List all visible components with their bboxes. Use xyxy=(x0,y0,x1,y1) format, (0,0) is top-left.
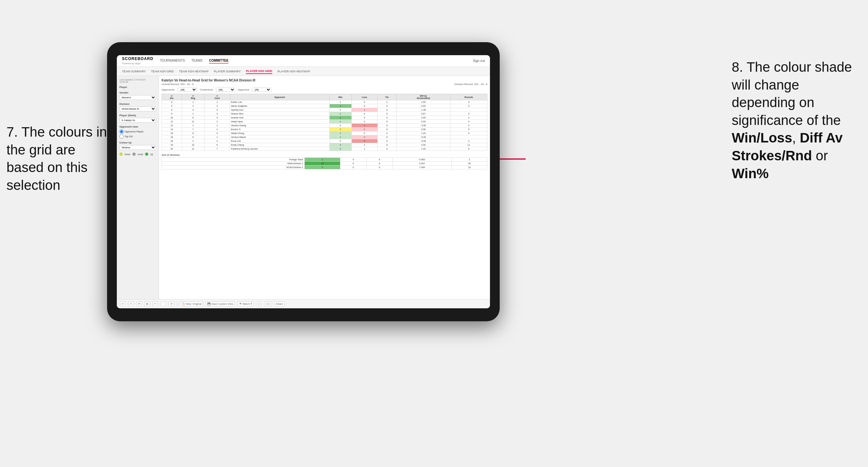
conference-filter-label: Conference xyxy=(199,88,213,91)
legend-dot-level xyxy=(132,153,136,156)
legend-label-level: Level xyxy=(137,153,143,155)
nav-committee[interactable]: COMMITTEE xyxy=(209,58,228,64)
col-loss: Loss xyxy=(351,94,377,100)
toolbar-share[interactable]: Share xyxy=(275,302,285,306)
col-reg: #Reg xyxy=(182,94,205,100)
sidebar-timestamp: Last Updated: 27/03/202416:55:38 xyxy=(119,79,156,83)
grid-title: Katelyn Vo Head-to-Head Grid for Women's… xyxy=(162,79,487,82)
main-data-table: #Div #Reg #Conf Opponent Win Loss Tie Di… xyxy=(162,94,487,151)
subnav-player-h2h-heatmap[interactable]: PLAYER H2H HEATMAP xyxy=(277,69,310,74)
table-row: 16 9 1 Jessica Mason 1 2 0 -0.94 xyxy=(162,135,487,139)
toolbar-icon2[interactable]: ⬡⬡ xyxy=(264,302,272,306)
col-opponent: Opponent xyxy=(230,94,329,100)
table-row: 14 7 4 Eunice Yi 2 2 0 0.38 9 xyxy=(162,128,487,131)
col-tie: Tie xyxy=(377,94,396,100)
overall-record: Overall Record: 353 - 34 - 6 xyxy=(162,83,194,86)
sidebar-gender-label: Gender xyxy=(119,91,156,94)
toolbar-icon1[interactable]: ⬡ xyxy=(256,302,261,306)
sidebar-colour-by-section: Colour by Win/loss xyxy=(119,141,156,150)
tablet-screen: SCOREBOARD Powered by clippd TOURNAMENTS… xyxy=(117,55,490,308)
toolbar-undo[interactable]: ↩ xyxy=(120,302,126,306)
sidebar-legend: Down Level Up xyxy=(119,153,156,156)
sidebar-gender-section: Gender Women's xyxy=(119,91,156,100)
sidebar-player-section: Player xyxy=(119,86,156,89)
conference-filter-select[interactable]: (All) xyxy=(216,88,235,92)
toolbar-grid[interactable]: ⊞ xyxy=(145,302,150,306)
table-row: 5 2 2 Alexis Sudjianto 1 0 0 4.00 3 xyxy=(162,104,487,108)
nav-sign-out[interactable]: Sign out xyxy=(473,59,485,63)
sidebar-division-label: Division xyxy=(119,102,156,105)
toolbar-view-original[interactable]: 📋 View: Original xyxy=(180,302,203,306)
toolbar-watch[interactable]: 👁 Watch ▾ xyxy=(238,302,253,306)
table-row: 15 8 5 Stella Cheng 1 0 0 1.25 4 xyxy=(162,131,487,135)
toolbar-sep1 xyxy=(177,302,178,306)
sidebar-rank-section: Player (Rank) 8. Katelyn Vo xyxy=(119,114,156,123)
sidebar: Last Updated: 27/03/202416:55:38 Player … xyxy=(117,76,159,299)
toolbar-save-custom[interactable]: 💾 Save Custom View xyxy=(206,302,235,306)
sidebar-colour-by-label: Colour by xyxy=(119,141,156,144)
out-table-row: Foreign Team 1 0 0 4.500 2 xyxy=(162,158,487,162)
out-of-division-header: Out of division xyxy=(162,154,487,156)
toolbar-timer[interactable]: ⏱ xyxy=(169,302,175,306)
sidebar-rank-label: Player (Rank) xyxy=(119,114,156,117)
legend-label-up: Up xyxy=(150,153,153,155)
col-rounds: Rounds xyxy=(451,94,487,100)
subnav-team-summary[interactable]: TEAM SUMMARY xyxy=(122,69,146,74)
opponents-filter-select[interactable]: (All) xyxy=(178,88,197,92)
table-row: 20 11 7 Federica Domecq Lacroze 2 1 0 1.… xyxy=(162,147,487,151)
sidebar-opponent-view-section: Opponent view Opponents Played Top 100 xyxy=(119,125,156,138)
subnav-team-h2h-grid[interactable]: TEAM H2H GRID xyxy=(151,69,174,74)
out-table-row: NCAA Division 2 5 0 0 7.400 10 xyxy=(162,165,487,169)
legend-dot-down xyxy=(119,153,123,156)
sidebar-colour-by-select[interactable]: Win/loss xyxy=(119,145,156,150)
subnav-team-h2h-heatmap[interactable]: TEAM H2H HEATMAP xyxy=(179,69,209,74)
subnav-player-summary[interactable]: PLAYER SUMMARY xyxy=(214,69,241,74)
table-row: 18 2 2 Euna Lee 0 3 0 -5.00 2 xyxy=(162,139,487,143)
sidebar-radio-group: Opponents Played Top 100 xyxy=(119,129,156,138)
toolbar-more[interactable]: ··· xyxy=(161,302,166,306)
tablet-device: SCOREBOARD Powered by clippd TOURNAMENTS… xyxy=(107,42,500,321)
table-row: 6 3 3 Sydney Kuo 0 1 0 -1.00 xyxy=(162,108,487,112)
opponents-filter-label: Opponents: xyxy=(162,88,175,91)
out-of-division-table: Foreign Team 1 0 0 4.500 2 NAIA Division… xyxy=(162,157,487,169)
col-win: Win xyxy=(329,94,351,100)
table-row: 9 1 4 Sharon Mun 1 0 0 3.67 3 xyxy=(162,112,487,116)
table-row: 11 11 2 Heejo Hyun 1 0 0 3.33 3 xyxy=(162,120,487,124)
top-nav: SCOREBOARD Powered by clippd TOURNAMENTS… xyxy=(117,55,490,67)
sidebar-radio-top100[interactable]: Top 100 xyxy=(119,134,156,138)
annotation-right: 8. The colour shade will change dependin… xyxy=(732,58,862,182)
logo: SCOREBOARD Powered by clippd xyxy=(122,57,153,65)
nav-tournaments[interactable]: TOURNAMENTS xyxy=(160,58,185,64)
sidebar-gender-select[interactable]: Women's xyxy=(119,95,156,100)
subnav-player-h2h-grid[interactable]: PLAYER H2H GRID xyxy=(246,69,272,74)
legend-dot-up xyxy=(145,153,148,156)
sidebar-division-select[interactable]: NCAA Division III xyxy=(119,106,156,111)
annotation-left: 7. The colours in the grid are based on … xyxy=(6,123,110,194)
toolbar-refresh[interactable]: ⟳ xyxy=(136,302,142,306)
table-row: 10 6 3 Andrea York 2 0 0 4.00 4 xyxy=(162,116,487,120)
col-diff: Diff AvStrokes/Rnd xyxy=(397,94,451,100)
opponent-filter-label: Opponent xyxy=(238,88,249,91)
division-record: Division Record: 331 - 34 - 6 xyxy=(455,83,487,86)
sub-nav: TEAM SUMMARY TEAM H2H GRID TEAM H2H HEAT… xyxy=(117,67,490,76)
sidebar-division-section: Division NCAA Division III xyxy=(119,102,156,111)
nav-items: TOURNAMENTS TEAMS COMMITTEE xyxy=(160,58,229,64)
filter-row: Opponents: (All) Conference (All) Oppone… xyxy=(162,88,487,92)
nav-teams[interactable]: TEAMS xyxy=(191,58,203,64)
main-content: Last Updated: 27/03/202416:55:38 Player … xyxy=(117,76,490,299)
sidebar-radio-opponents-played[interactable]: Opponents Played xyxy=(119,129,156,134)
table-header-row: #Div #Reg #Conf Opponent Win Loss Tie Di… xyxy=(162,94,487,100)
toolbar-cut[interactable]: ✂ xyxy=(153,302,158,306)
toolbar-redo[interactable]: ↪ xyxy=(128,302,134,306)
table-row: 19 10 6 Emily Chang 4 1 0 0.30 11 xyxy=(162,143,487,147)
col-div: #Div xyxy=(162,94,182,100)
legend-label-down: Down xyxy=(125,153,130,155)
table-row: 13 1 1 Jessica Huang 0 1 0 -3.00 2 xyxy=(162,124,487,128)
opponent-filter-select[interactable]: (All) xyxy=(252,88,271,92)
sidebar-rank-select[interactable]: 8. Katelyn Vo xyxy=(119,118,156,123)
table-row: 3 1 1 Esther Lee 1 0 1 1.50 4 xyxy=(162,100,487,104)
sidebar-opponent-view-label: Opponent view xyxy=(119,125,156,128)
sidebar-player-label: Player xyxy=(119,86,156,89)
bottom-toolbar: ↩ ↪ ⟳ ⊞ ✂ ··· ⏱ 📋 View: Original 💾 Save … xyxy=(117,299,490,308)
grid-subtitle: Overall Record: 353 - 34 - 6 Division Re… xyxy=(162,83,487,86)
